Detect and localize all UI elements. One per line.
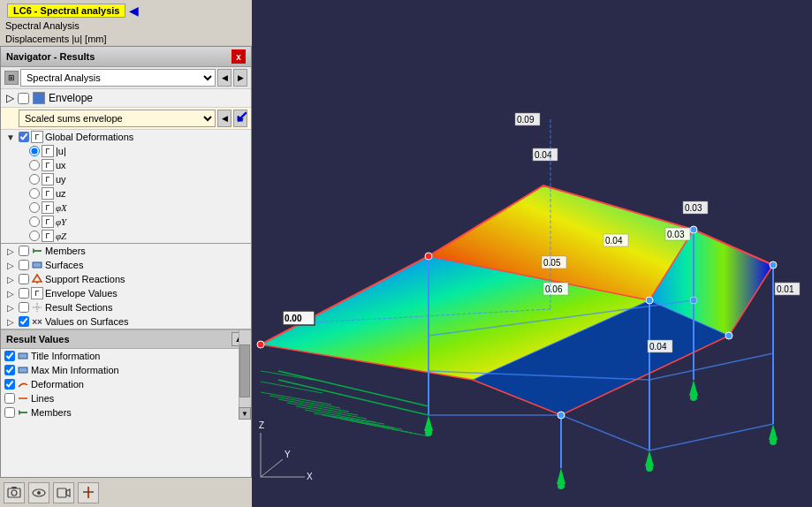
members-item[interactable]: ▷ Members [1, 244, 251, 258]
phix-item[interactable]: Γ φX [1, 201, 251, 215]
svg-text:X: X [307, 472, 313, 481]
nav-prev-btn[interactable]: ◀ [217, 69, 231, 87]
svg-text:0.04: 0.04 [649, 342, 667, 352]
spectral-analysis-dropdown[interactable]: Spectral Analysis [20, 69, 216, 87]
result-values-header: Result Values ▲ [1, 330, 251, 349]
ev-icon: Γ [31, 287, 43, 299]
result-values-label: Result Values [6, 334, 70, 344]
global-deformations-item[interactable]: ▼ Γ Global Deformations [1, 130, 251, 144]
u-abs-item[interactable]: Γ |u| [1, 144, 251, 158]
navigator-header: Navigator - Results x [1, 47, 251, 67]
members2-item[interactable]: Members [1, 405, 251, 420]
max-min-item[interactable]: Max Min Information [1, 363, 251, 377]
support-reactions-item[interactable]: ▷ Support Reactions [1, 272, 251, 286]
svg-rect-8 [19, 367, 27, 373]
svg-text:0.04: 0.04 [535, 150, 552, 160]
svg-point-55 [770, 438, 777, 445]
svg-point-57 [558, 482, 565, 489]
u-abs-radio[interactable] [29, 146, 40, 156]
svg-text:0.09: 0.09 [517, 115, 535, 125]
uy-item[interactable]: Γ uy [1, 172, 251, 186]
members-checkbox[interactable] [19, 246, 29, 256]
surfaces-expander[interactable]: ▷ [4, 259, 17, 271]
sr-expander[interactable]: ▷ [4, 273, 17, 285]
scaled-next-btn[interactable]: ▶ ↙ [233, 110, 247, 127]
lines-icon [17, 392, 29, 405]
lines-checkbox[interactable] [4, 393, 15, 404]
members2-checkbox[interactable] [4, 407, 15, 418]
ux-item[interactable]: Γ ux [1, 158, 251, 172]
uy-label: uy [56, 174, 247, 185]
uy-radio[interactable] [29, 174, 40, 185]
arrow-icon: ◀ [129, 4, 139, 18]
lines-item[interactable]: Lines [1, 391, 251, 405]
envelope-color-box [33, 92, 45, 104]
rs-label: Result Sections [45, 302, 247, 313]
svg-point-58 [690, 226, 697, 233]
def-icon [17, 378, 29, 390]
screenshot-button[interactable] [4, 482, 25, 503]
view-button[interactable] [28, 482, 49, 503]
title-information-item[interactable]: Title Information [1, 349, 251, 363]
uz-item[interactable]: Γ uz [1, 186, 251, 201]
values-on-surfaces-item[interactable]: ▷ ×× Values on Surfaces [1, 314, 251, 329]
envelope-row: ▷ Envelope [1, 89, 251, 108]
envelope-expander[interactable]: ▷ [6, 92, 14, 104]
surfaces-icon [31, 259, 43, 271]
phiy-item[interactable]: Γ φY [1, 215, 251, 229]
gd-checkbox[interactable] [19, 132, 29, 142]
members-expander[interactable]: ▷ [4, 245, 17, 257]
mm-icon [17, 364, 29, 376]
vos-icon: ×× [31, 315, 43, 328]
mm-checkbox[interactable] [4, 365, 15, 375]
svg-text:0.03: 0.03 [685, 203, 702, 213]
video-button[interactable] [53, 482, 74, 503]
svg-text:0.00: 0.00 [285, 314, 302, 323]
vos-expander[interactable]: ▷ [4, 315, 17, 328]
vos-checkbox[interactable] [19, 316, 29, 327]
ux-radio[interactable] [29, 160, 40, 170]
phiy-radio[interactable] [29, 216, 40, 227]
phix-radio[interactable] [29, 202, 40, 213]
def-checkbox[interactable] [4, 379, 15, 390]
scroll-down-btn[interactable]: ▼ [239, 407, 251, 420]
surfaces-item[interactable]: ▷ Surfaces [1, 258, 251, 272]
envelope-checkbox[interactable] [18, 93, 29, 104]
result-sections-item[interactable]: ▷ Result Sections [1, 300, 251, 314]
sr-checkbox[interactable] [19, 274, 29, 284]
ev-expander[interactable]: ▷ [4, 287, 17, 299]
navigator-panel: Navigator - Results x ⊞ Spectral Analysi… [0, 46, 252, 479]
global-deformations-label: Global Deformations [45, 132, 247, 142]
phiz-item[interactable]: Γ φZ [1, 229, 251, 243]
close-button[interactable]: x [231, 49, 246, 64]
svg-marker-11 [19, 410, 22, 415]
u-abs-label: |u| [56, 146, 247, 156]
uz-radio[interactable] [29, 188, 40, 199]
title-information-label: Title Information [31, 351, 247, 361]
rs-checkbox[interactable] [19, 302, 29, 313]
ev-checkbox[interactable] [19, 288, 29, 299]
rs-expander[interactable]: ▷ [4, 301, 17, 314]
scaled-prev-btn[interactable]: ◀ [217, 110, 231, 127]
surfaces-checkbox[interactable] [19, 260, 29, 270]
phiy-label: φY [56, 216, 247, 227]
scroll-thumb[interactable] [239, 344, 250, 397]
deformation-item[interactable]: Deformation [1, 377, 251, 391]
scaled-sums-dropdown[interactable]: Scaled sums envelope [19, 110, 216, 127]
envelope-values-item[interactable]: ▷ Γ Envelope Values [1, 286, 251, 300]
scaled-sums-row: Scaled sums envelope ◀ ▶ ↙ [1, 108, 251, 130]
ti-checkbox[interactable] [4, 351, 15, 361]
ev-label: Envelope Values [45, 288, 247, 299]
gd-expander[interactable]: ▼ [4, 131, 17, 143]
phix-label: φX [56, 202, 247, 213]
u-abs-icon: Γ [42, 145, 54, 157]
pin-button[interactable] [78, 482, 99, 503]
svg-text:0.04: 0.04 [605, 236, 623, 246]
members2-icon [17, 406, 29, 419]
nav-next-btn[interactable]: ▶ [233, 69, 247, 87]
ux-label: ux [56, 160, 247, 170]
phiz-radio[interactable] [29, 231, 40, 241]
svg-marker-18 [66, 489, 70, 496]
svg-text:0.03: 0.03 [667, 230, 685, 239]
sr-label: Support Reactions [45, 274, 247, 284]
